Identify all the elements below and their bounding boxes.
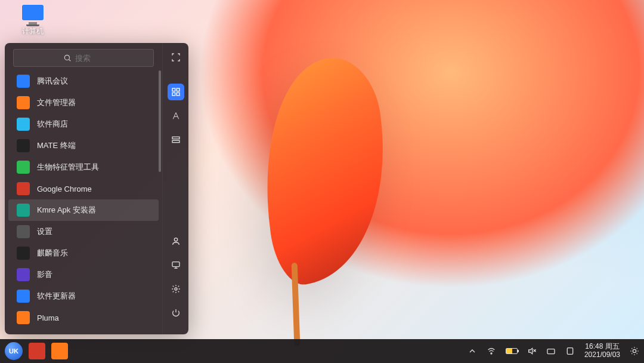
desktop-icon-label: 计算机 [22,27,44,35]
svg-rect-2 [172,88,175,91]
kylin-music-icon [17,247,30,260]
battery-icon[interactable] [506,348,518,354]
night-mode-icon[interactable] [630,346,639,356]
expand-icon [171,53,181,62]
svg-rect-8 [172,140,179,142]
app-item-settings[interactable]: 设置 [8,221,159,242]
svg-rect-5 [177,93,179,96]
app-item-label: Pluma [37,313,59,322]
search-input[interactable] [75,54,104,63]
app-item-label: 麒麟音乐 [37,248,68,259]
category-icon [171,135,181,144]
app-item-label: 生物特征管理工具 [37,162,99,173]
start-menu: 腾讯会议文件管理器软件商店MATE 终端生物特征管理工具Google Chrom… [5,43,188,334]
taskbar-clock[interactable]: 16:48 周五 2021/09/03 [584,343,620,359]
svg-point-22 [633,349,636,352]
letter-a-icon [171,111,181,121]
grid-icon [171,87,181,97]
svg-rect-17 [547,349,555,354]
svg-point-13 [175,288,177,290]
expand-button[interactable] [168,49,184,66]
app-item-label: 软件商店 [37,119,68,130]
app-item-software-updater[interactable]: 软件更新器 [8,285,159,307]
start-menu-app-list: 腾讯会议文件管理器软件商店MATE 终端生物特征管理工具Google Chrom… [5,70,162,331]
svg-point-14 [491,353,492,354]
chevron-up-icon[interactable] [467,346,477,356]
svg-rect-3 [177,88,179,91]
start-button[interactable]: UK [5,342,23,360]
volume-mute-icon[interactable] [527,346,537,356]
power-button[interactable] [168,304,184,321]
software-store-icon [17,118,30,131]
app-item-pluma[interactable]: Pluma [8,307,159,328]
start-menu-search[interactable] [13,49,154,67]
view-alpha-button[interactable] [168,107,184,124]
app-item-label: 文件管理器 [37,97,76,108]
kmre-apk-icon [17,204,30,217]
google-chrome-icon [17,182,30,195]
monitor-icon [171,260,181,270]
app-item-label: 软件更新器 [37,291,76,302]
software-updater-icon [17,290,30,303]
svg-rect-4 [172,93,175,96]
wifi-icon[interactable] [487,346,496,356]
file-manager-icon [17,96,30,109]
settings-icon [17,225,30,238]
svg-rect-21 [567,348,572,355]
app-item-mate-terminal[interactable]: MATE 终端 [8,135,159,156]
svg-point-9 [174,238,177,241]
app-item-kylin-music[interactable]: 麒麟音乐 [8,242,159,264]
display-button[interactable] [168,257,184,273]
view-grid-button[interactable] [168,84,184,100]
keyboard-icon[interactable] [546,346,556,356]
tencent-meeting-icon [17,75,30,88]
app-item-label: MATE 终端 [37,140,76,151]
monitor-icon [22,5,44,20]
app-item-label: 影音 [37,269,52,280]
svg-point-0 [64,55,69,60]
app-item-biometrics[interactable]: 生物特征管理工具 [8,156,159,178]
power-icon [171,308,181,318]
app-item-video[interactable]: 影音 [8,264,159,285]
pluma-icon [17,311,30,324]
app-item-kmre-apk[interactable]: Kmre Apk 安装器 [8,199,159,221]
desktop-icon-computer[interactable]: 计算机 [15,5,51,36]
svg-rect-7 [172,137,179,139]
taskbar: UK 16:48 周五 2021/09/03 [0,339,644,363]
svg-rect-10 [172,262,179,267]
biometrics-icon [17,161,30,174]
start-button-logo: UK [9,347,18,355]
notification-icon[interactable] [565,346,575,356]
search-icon [63,54,72,62]
mate-terminal-icon [17,139,30,152]
gear-icon [171,284,181,294]
app-item-file-manager[interactable]: 文件管理器 [8,92,159,113]
scrollbar[interactable] [159,70,161,172]
app-item-label: 腾讯会议 [37,76,68,87]
taskbar-app-chrome[interactable] [29,343,45,359]
start-menu-rail [162,43,188,334]
app-item-label: Kmre Apk 安装器 [37,205,96,216]
app-item-software-store[interactable]: 软件商店 [8,113,159,135]
app-item-tencent-meeting[interactable]: 腾讯会议 [8,70,159,92]
app-item-label: Google Chrome [37,184,92,193]
user-button[interactable] [168,233,184,250]
svg-line-1 [69,60,71,61]
view-category-button[interactable] [168,131,184,148]
app-item-google-chrome[interactable]: Google Chrome [8,178,159,199]
taskbar-app-file-manager[interactable] [51,343,68,359]
app-item-label: 设置 [37,226,52,237]
system-tray: 16:48 周五 2021/09/03 [467,343,639,359]
video-icon [17,268,30,281]
user-icon [171,236,181,246]
settings-button[interactable] [168,281,184,297]
